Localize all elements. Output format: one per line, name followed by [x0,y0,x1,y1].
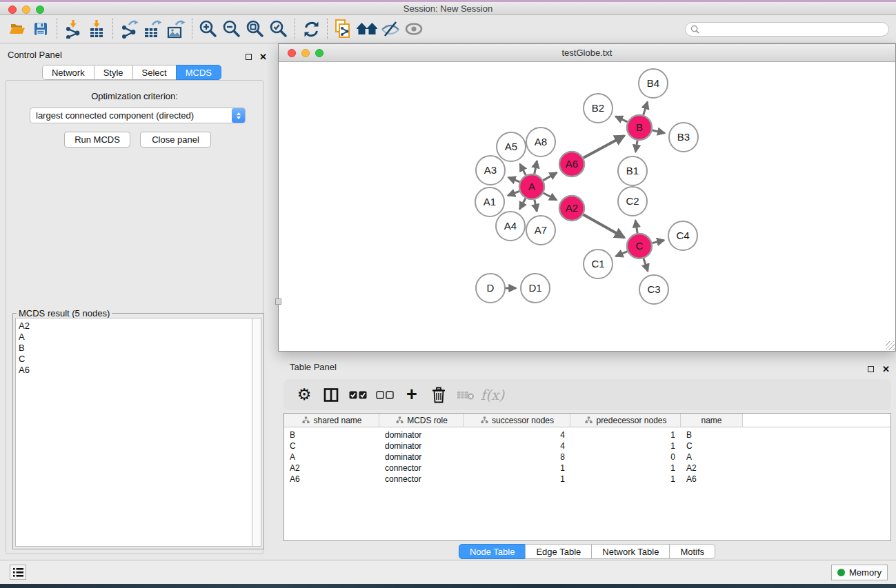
result-list-item[interactable]: A6 [19,365,252,376]
table-cell[interactable]: 1 [570,430,681,440]
table-row[interactable]: Cdominator41C [284,440,890,452]
save-session-button[interactable] [29,18,52,40]
table-cell[interactable]: C [681,441,743,451]
graph-edge-A-A6[interactable] [544,172,557,180]
graph-edge-C-C3[interactable] [644,258,648,271]
table-cell[interactable]: 1 [570,474,681,484]
tab-mcds[interactable]: MCDS [176,65,221,80]
zoom-out-button[interactable] [220,18,243,40]
close-panel-icon[interactable]: ✕ [259,50,267,58]
graph-edge-C-C2[interactable] [635,221,637,234]
tab-motifs[interactable]: Motifs [669,544,715,559]
window-edge-handle[interactable] [275,298,281,305]
tab-edge-table[interactable]: Edge Table [525,544,592,559]
table-cell[interactable]: 1 [570,463,681,473]
column-header-successor-nodes[interactable]: successor nodes [464,414,570,427]
network-window-titlebar[interactable]: testGlobe.txt [279,44,895,62]
run-mcds-button[interactable]: Run MCDS [64,132,130,148]
table-cell[interactable]: A6 [681,474,743,484]
table-cell[interactable]: 1 [570,441,681,451]
column-header-name[interactable]: name [681,414,743,427]
show-columns-button[interactable] [320,384,342,406]
graph-edge-B-B4[interactable] [644,102,648,115]
zoom-fit-button[interactable] [243,18,267,40]
tab-network-table[interactable]: Network Table [591,544,670,559]
graph-edge-A-A1[interactable] [508,191,519,195]
close-panel-button[interactable]: Close panel [140,132,211,148]
table-row[interactable]: Adominator80A [284,452,890,463]
table-row[interactable]: A6connector11A6 [284,474,890,485]
graph-edge-A-A2[interactable] [544,193,557,200]
table-cell[interactable]: 1 [464,474,570,484]
export-network-button[interactable] [117,18,141,40]
float-table-panel-icon[interactable] [868,363,875,370]
table-row[interactable]: A2connector11A2 [284,463,890,474]
table-settings-button[interactable]: ⚙ [293,384,315,406]
graph-edge-A2-C[interactable] [584,214,625,237]
table-row[interactable]: Bdominator41B [284,429,890,440]
table-cell[interactable]: A2 [681,463,743,473]
result-list-item[interactable]: A [19,332,252,343]
result-list-item[interactable]: A2 [19,321,252,332]
export-table-button[interactable] [141,18,164,40]
table-cell[interactable]: B [284,430,379,440]
table-cell[interactable]: 4 [464,430,570,440]
open-session-button[interactable] [6,18,29,40]
function-builder-button[interactable]: f(x) [481,384,504,406]
mcds-result-list[interactable]: A2ABCA6 [15,318,252,547]
home-layout-button[interactable] [355,18,379,40]
table-cell[interactable]: dominator [379,441,464,451]
import-network-button[interactable] [61,18,85,40]
close-table-panel-icon[interactable]: ✕ [882,363,890,370]
table-cell[interactable]: 8 [464,452,570,462]
search-field[interactable] [685,22,889,37]
unselect-all-columns-button[interactable] [374,384,396,406]
zoom-selected-button[interactable] [267,18,290,40]
network-canvas[interactable]: B4B2BB3A8A5A6A3B1AA1C2A2A4A7C4CC1DD1C3 [279,62,895,351]
graph-edge-A-A8[interactable] [535,161,537,174]
graph-edge-A6-B[interactable] [584,136,624,158]
graph-edge-A-A7[interactable] [535,200,537,212]
optimization-criterion-select[interactable]: largest connected component (directed) [30,108,246,123]
delete-column-button[interactable] [428,384,450,406]
column-header-shared-name[interactable]: shared name [284,414,379,427]
result-list-item[interactable]: B [19,343,252,354]
graph-edge-A-A5[interactable] [520,164,526,175]
graph-edge-A-A3[interactable] [508,177,519,182]
table-cell[interactable]: 4 [464,441,570,451]
tab-network[interactable]: Network [42,65,94,80]
graph-edge-B-B2[interactable] [615,116,627,122]
window-resize-grip[interactable] [886,341,895,350]
search-input[interactable] [703,23,888,35]
hide-selected-button[interactable] [379,18,402,40]
table-cell[interactable]: A2 [284,463,379,473]
table-cell[interactable]: 0 [570,452,681,462]
column-header-predecessor-nodes[interactable]: predecessor nodes [570,414,681,427]
table-cell[interactable]: 1 [464,463,570,473]
show-all-button[interactable] [402,18,426,40]
table-cell[interactable]: C [284,441,379,451]
table-cell[interactable]: A6 [284,474,379,484]
combo-stepper-icon[interactable] [232,108,245,123]
graph-edge-A-A4[interactable] [519,199,526,210]
delete-table-button[interactable] [455,384,477,406]
memory-button[interactable]: Memory [831,565,888,580]
clone-network-button[interactable] [332,18,355,40]
graph-edge-B-B1[interactable] [635,141,637,152]
table-cell[interactable]: A [284,452,379,462]
zoom-in-button[interactable] [197,18,220,40]
table-cell[interactable]: A [681,452,743,462]
float-panel-icon[interactable] [246,50,253,58]
column-header-MCDS-role[interactable]: MCDS role [379,414,464,427]
table-cell[interactable]: dominator [379,452,464,462]
tab-node-table[interactable]: Node Table [459,544,526,559]
export-image-button[interactable] [164,18,188,40]
table-cell[interactable]: dominator [379,430,464,440]
graph-edge-C-C4[interactable] [652,240,664,243]
graph-edge-C-C1[interactable] [616,252,628,256]
import-table-button[interactable] [85,18,108,40]
tab-select[interactable]: Select [132,65,177,80]
graph-edge-B-B3[interactable] [653,130,665,133]
result-list-scrollbar[interactable] [252,318,261,547]
refresh-button[interactable] [299,18,323,40]
